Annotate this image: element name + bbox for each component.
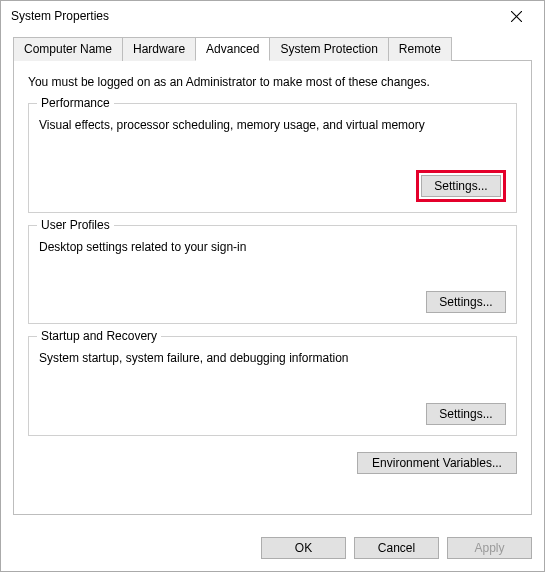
group-desc-startup-recovery: System startup, system failure, and debu… xyxy=(39,351,506,367)
environment-variables-button[interactable]: Environment Variables... xyxy=(357,452,517,474)
group-row-user-profiles: Settings... xyxy=(39,291,506,313)
tab-panel-advanced: You must be logged on as an Administrato… xyxy=(13,60,532,515)
tab-strip: Computer Name Hardware Advanced System P… xyxy=(13,37,532,61)
tab-remote[interactable]: Remote xyxy=(388,37,452,61)
group-legend-performance: Performance xyxy=(37,96,114,110)
cancel-button[interactable]: Cancel xyxy=(354,537,439,559)
titlebar: System Properties xyxy=(1,1,544,31)
tab-computer-name[interactable]: Computer Name xyxy=(13,37,123,61)
close-icon xyxy=(511,11,522,22)
startup-recovery-settings-button[interactable]: Settings... xyxy=(426,403,506,425)
env-row: Environment Variables... xyxy=(28,452,517,474)
window-title: System Properties xyxy=(11,9,496,23)
highlight-performance-settings: Settings... xyxy=(416,170,506,202)
system-properties-window: System Properties Computer Name Hardware… xyxy=(0,0,545,572)
close-button[interactable] xyxy=(496,2,536,30)
group-legend-user-profiles: User Profiles xyxy=(37,218,114,232)
group-legend-startup-recovery: Startup and Recovery xyxy=(37,329,161,343)
group-desc-user-profiles: Desktop settings related to your sign-in xyxy=(39,240,506,256)
admin-note: You must be logged on as an Administrato… xyxy=(28,75,517,89)
tab-advanced[interactable]: Advanced xyxy=(195,37,270,61)
group-row-startup-recovery: Settings... xyxy=(39,403,506,425)
group-startup-recovery: Startup and Recovery System startup, sys… xyxy=(28,336,517,436)
tab-system-protection[interactable]: System Protection xyxy=(269,37,388,61)
tab-hardware[interactable]: Hardware xyxy=(122,37,196,61)
group-row-performance: Settings... xyxy=(39,170,506,202)
group-performance: Performance Visual effects, processor sc… xyxy=(28,103,517,213)
group-desc-performance: Visual effects, processor scheduling, me… xyxy=(39,118,506,134)
group-user-profiles: User Profiles Desktop settings related t… xyxy=(28,225,517,325)
dialog-footer: OK Cancel Apply xyxy=(1,527,544,571)
user-profiles-settings-button[interactable]: Settings... xyxy=(426,291,506,313)
ok-button[interactable]: OK xyxy=(261,537,346,559)
content-area: Computer Name Hardware Advanced System P… xyxy=(1,31,544,527)
performance-settings-button[interactable]: Settings... xyxy=(421,175,501,197)
apply-button[interactable]: Apply xyxy=(447,537,532,559)
